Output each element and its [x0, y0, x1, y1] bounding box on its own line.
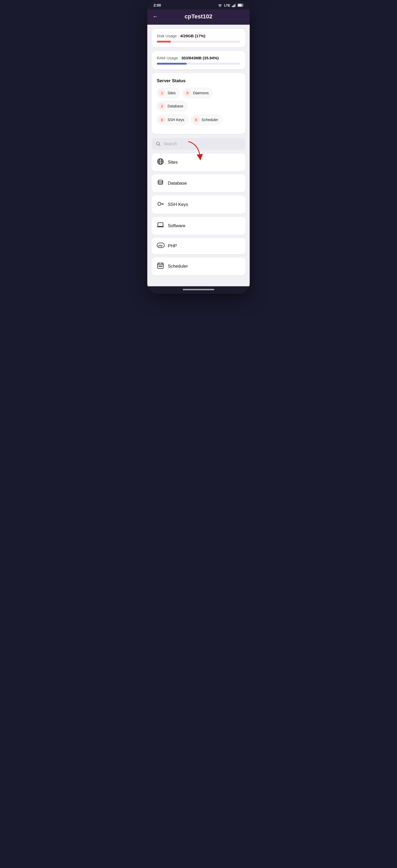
- status-bar: 2:00 LTE: [147, 0, 250, 9]
- menu-item-database[interactable]: Database: [152, 175, 245, 192]
- laptop-icon: [157, 222, 164, 230]
- ram-progress-fill: [157, 63, 187, 65]
- badge-database-count: 2: [159, 103, 165, 110]
- signal-icon: [232, 3, 236, 7]
- badge-daemons-count: 0: [184, 90, 191, 96]
- menu-item-php[interactable]: php PHP: [152, 238, 245, 254]
- svg-point-14: [158, 180, 163, 182]
- menu-scheduler-label: Scheduler: [168, 264, 188, 269]
- page-title: cpTest102: [162, 13, 235, 20]
- menu-ssh-keys-label: SSH Keys: [168, 202, 188, 207]
- menu-item-ssh-keys[interactable]: SSH Keys: [152, 195, 245, 214]
- header: ← cpTest102: [147, 9, 250, 25]
- badge-ssh-label: SSH Keys: [167, 118, 184, 122]
- svg-rect-3: [235, 3, 236, 7]
- svg-rect-26: [159, 266, 160, 267]
- badge-sites-count: 1: [159, 90, 165, 96]
- wifi-icon: [218, 3, 222, 7]
- badge-ssh-count: 0: [159, 116, 165, 123]
- database-icon: [157, 179, 164, 188]
- badge-scheduler-count: 0: [193, 116, 200, 123]
- globe-icon: [157, 158, 164, 166]
- svg-rect-1: [233, 5, 234, 7]
- svg-point-15: [158, 202, 161, 206]
- back-button[interactable]: ←: [153, 13, 158, 20]
- menu-php-label: PHP: [168, 244, 177, 249]
- time-display: 2:00: [154, 3, 161, 7]
- svg-rect-27: [160, 266, 161, 267]
- svg-line-8: [159, 145, 160, 146]
- main-content: Disk Usage : 4/29GB (17%) RAM Usage : 30…: [147, 25, 250, 286]
- badge-sites[interactable]: 1 Sites: [157, 88, 180, 98]
- badge-sites-label: Sites: [167, 91, 176, 95]
- svg-rect-5: [238, 4, 242, 6]
- badge-scheduler-label: Scheduler: [202, 118, 218, 122]
- badge-database-label: Database: [167, 104, 183, 108]
- home-indicator: [183, 289, 214, 290]
- ram-usage-card: RAM Usage : 303/843MB (35.94%): [152, 51, 245, 69]
- status-icons: LTE: [218, 3, 243, 7]
- svg-rect-0: [232, 6, 233, 7]
- sites-section: Sites: [152, 153, 245, 171]
- php-icon: php: [157, 243, 164, 249]
- search-icon: [156, 141, 161, 147]
- search-bar[interactable]: Search: [152, 138, 245, 150]
- svg-text:php: php: [158, 244, 163, 247]
- badge-daemons[interactable]: 0 Daemons: [182, 88, 213, 98]
- disk-usage-card: Disk Usage : 4/29GB (17%): [152, 29, 245, 47]
- svg-rect-2: [234, 4, 235, 7]
- status-badges-row-2: 0 SSH Keys 0 Scheduler: [157, 115, 240, 125]
- badge-ssh-keys[interactable]: 0 SSH Keys: [157, 115, 188, 125]
- battery-icon: [238, 4, 243, 7]
- disk-progress-bg: [157, 41, 240, 42]
- badge-database[interactable]: 2 Database: [157, 101, 187, 111]
- menu-item-software[interactable]: Software: [152, 217, 245, 235]
- lte-label: LTE: [224, 3, 230, 7]
- status-badges-row-1: 1 Sites 0 Daemons 2 Database: [157, 88, 240, 111]
- menu-sites-label: Sites: [168, 160, 178, 165]
- disk-usage-label: Disk Usage : 4/29GB (17%): [157, 34, 240, 38]
- disk-progress-fill: [157, 41, 171, 42]
- ram-progress-bg: [157, 63, 240, 65]
- badge-daemons-label: Daemons: [193, 91, 209, 95]
- svg-rect-6: [243, 5, 243, 6]
- phone-frame: 2:00 LTE ← cpTest102: [147, 0, 250, 294]
- server-status-title: Server Status: [157, 78, 240, 84]
- search-placeholder: Search: [163, 142, 177, 146]
- badge-scheduler[interactable]: 0 Scheduler: [191, 115, 222, 125]
- menu-software-label: Software: [168, 223, 185, 228]
- server-status-card: Server Status 1 Sites 0 Daemons 2 Databa…: [152, 73, 245, 134]
- svg-rect-19: [158, 223, 163, 226]
- calendar-icon: [157, 262, 164, 271]
- svg-rect-28: [161, 266, 162, 267]
- key-icon: [157, 200, 164, 209]
- ram-usage-label: RAM Usage : 303/843MB (35.94%): [157, 56, 240, 60]
- menu-database-label: Database: [168, 181, 187, 186]
- menu-item-scheduler[interactable]: Scheduler: [152, 257, 245, 275]
- sites-menu-wrapper: Sites: [152, 153, 245, 171]
- bottom-bar: [147, 286, 250, 294]
- menu-item-sites[interactable]: Sites: [152, 153, 245, 171]
